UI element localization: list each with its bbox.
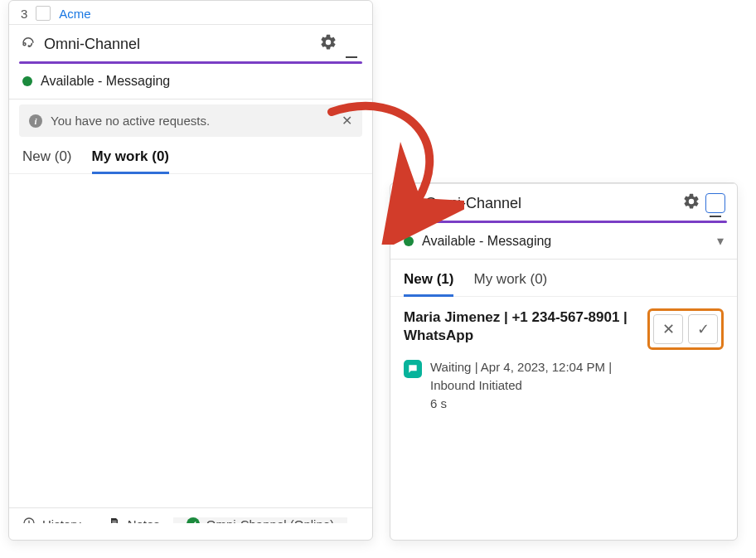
omni-channel-panel-incoming: Omni-Channel Available - Messaging ▾ New… [390, 182, 738, 541]
online-check-icon [187, 517, 200, 531]
notes-icon [108, 517, 121, 532]
no-requests-notice: i You have no active requests. ✕ [19, 104, 362, 137]
tab-new[interactable]: New (1) [404, 271, 453, 297]
chevron-down-icon: ▾ [717, 233, 724, 249]
request-meta-line2: Inbound Initiated [430, 376, 612, 395]
utility-history[interactable]: History [9, 517, 94, 532]
clock-icon [22, 517, 36, 532]
panel-title: Omni-Channel [44, 36, 140, 53]
request-title: Maria Jimenez | +1 234-567-8901 | WhatsA… [404, 308, 636, 345]
browser-tab-strip: 3 Acme [9, 1, 372, 24]
work-tabs: New (1) My work (0) [390, 260, 737, 297]
minimize-icon [346, 56, 357, 58]
status-label: Available - Messaging [41, 74, 170, 89]
tab-my-work[interactable]: My work (0) [92, 148, 170, 174]
incoming-request-card: Maria Jimenez | +1 234-567-8901 | WhatsA… [390, 297, 737, 420]
tab-index: 3 [21, 7, 27, 21]
request-meta-line1: Waiting | Apr 4, 2023, 12:04 PM | [430, 358, 612, 376]
utility-omni-channel[interactable]: Omni-Channel (Online) [173, 517, 347, 531]
svg-point-0 [23, 43, 26, 46]
notice-text: You have no active requests. [51, 114, 210, 128]
status-dot-icon [22, 76, 32, 86]
minimize-button[interactable] [705, 193, 725, 213]
panel-header: Omni-Channel [390, 183, 737, 221]
status-row[interactable]: Available - Messaging ▾ [390, 223, 737, 259]
gear-icon[interactable] [319, 33, 337, 55]
info-icon: i [29, 114, 42, 128]
status-dot-icon [404, 236, 414, 246]
tab-name[interactable]: Acme [59, 7, 90, 21]
decline-button[interactable]: ✕ [653, 314, 683, 344]
tab-favicon [36, 6, 51, 21]
minimize-icon [710, 216, 721, 217]
tab-new[interactable]: New (0) [22, 148, 72, 174]
request-meta: Waiting | Apr 4, 2023, 12:04 PM | Inboun… [430, 358, 612, 412]
messaging-icon [404, 360, 422, 378]
status-row[interactable]: Available - Messaging [9, 64, 372, 99]
utility-bar: History Notes Omni-Channel (Online) [9, 507, 372, 540]
omni-channel-panel-empty: 3 Acme Omni-Channel Available - Messagin… [8, 0, 373, 541]
request-meta-line3: 6 s [430, 395, 612, 413]
request-actions-highlight: ✕ ✓ [647, 308, 724, 350]
status-label: Available - Messaging [422, 234, 551, 249]
accept-button[interactable]: ✓ [688, 314, 718, 344]
panel-header: Omni-Channel [9, 24, 372, 61]
svg-point-3 [405, 202, 407, 205]
tab-my-work[interactable]: My work (0) [473, 271, 547, 297]
omni-channel-icon [402, 194, 417, 212]
minimize-button[interactable] [342, 35, 361, 53]
work-tabs: New (0) My work (0) [9, 137, 372, 174]
close-icon[interactable]: ✕ [342, 113, 352, 129]
panel-title: Omni-Channel [425, 195, 521, 212]
omni-channel-icon [21, 35, 36, 53]
gear-icon[interactable] [682, 192, 700, 214]
utility-notes[interactable]: Notes [94, 517, 173, 532]
